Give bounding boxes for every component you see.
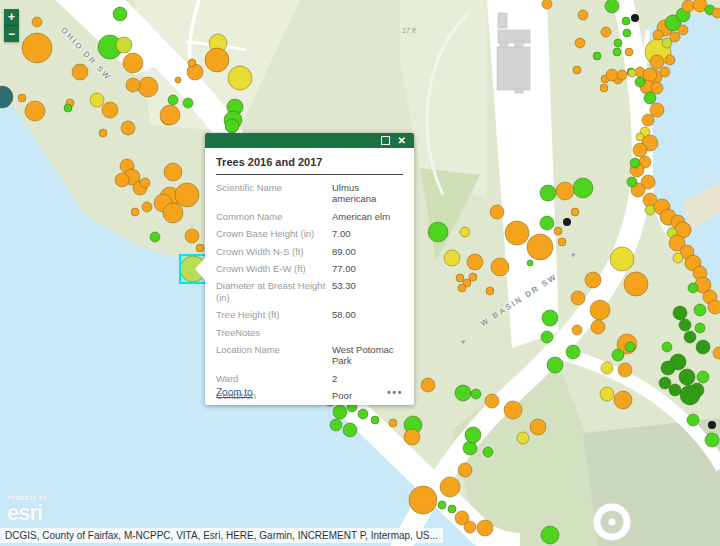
tree-point[interactable] xyxy=(343,423,357,437)
tree-point[interactable] xyxy=(330,419,342,431)
tree-point[interactable] xyxy=(490,205,504,219)
tree-point[interactable] xyxy=(438,501,446,509)
tree-point[interactable] xyxy=(572,325,582,335)
tree-point[interactable] xyxy=(175,183,199,207)
zoom-in-button[interactable]: + xyxy=(4,9,19,26)
tree-point[interactable] xyxy=(225,119,239,133)
tree-point[interactable] xyxy=(72,64,88,80)
tree-point[interactable] xyxy=(679,319,691,331)
tree-point[interactable] xyxy=(505,221,529,245)
tree-point[interactable] xyxy=(694,304,706,316)
tree-point[interactable] xyxy=(168,95,178,105)
tree-point[interactable] xyxy=(32,17,42,27)
tree-point[interactable] xyxy=(680,385,700,405)
zoom-to-link[interactable]: Zoom to xyxy=(216,387,253,398)
tree-point[interactable] xyxy=(556,182,574,200)
tree-point[interactable] xyxy=(458,284,466,292)
tree-point[interactable] xyxy=(123,53,143,73)
tree-point[interactable] xyxy=(471,389,481,399)
tree-point[interactable] xyxy=(456,274,464,282)
tree-point[interactable] xyxy=(614,391,632,409)
tree-point[interactable] xyxy=(25,101,45,121)
tree-point[interactable] xyxy=(164,163,182,181)
tree-point[interactable] xyxy=(99,129,107,137)
tree-point[interactable] xyxy=(625,342,635,352)
tree-point[interactable] xyxy=(64,104,72,112)
tree-point[interactable] xyxy=(600,387,614,401)
tree-point[interactable] xyxy=(455,385,471,401)
tree-point[interactable] xyxy=(458,463,472,477)
tree-point[interactable] xyxy=(554,227,562,235)
tree-point[interactable] xyxy=(566,345,580,359)
maximize-icon[interactable] xyxy=(381,136,390,145)
tree-point[interactable] xyxy=(618,363,632,377)
tree-point[interactable] xyxy=(622,17,630,25)
tree-point[interactable] xyxy=(712,8,720,18)
tree-point[interactable] xyxy=(673,306,687,320)
tree-point[interactable] xyxy=(421,378,435,392)
tree-point[interactable] xyxy=(669,384,681,396)
tree-point[interactable] xyxy=(688,283,698,293)
tree-point[interactable] xyxy=(650,103,664,117)
tree-point[interactable] xyxy=(491,258,509,276)
tree-point[interactable] xyxy=(708,300,720,314)
tree-point[interactable] xyxy=(205,48,229,72)
tree-point[interactable] xyxy=(573,66,581,74)
tree-point[interactable] xyxy=(614,39,622,47)
tree-point[interactable] xyxy=(601,27,611,37)
tree-point[interactable] xyxy=(610,247,634,271)
tree-point[interactable] xyxy=(542,310,558,326)
tree-point[interactable] xyxy=(563,218,571,226)
tree-point[interactable] xyxy=(485,394,499,408)
tree-point[interactable] xyxy=(631,14,639,22)
tree-point[interactable] xyxy=(591,320,605,334)
tree-point[interactable] xyxy=(713,347,720,359)
tree-point[interactable] xyxy=(633,143,647,157)
tree-point[interactable] xyxy=(469,273,477,281)
tree-point[interactable] xyxy=(483,447,493,457)
tree-point[interactable] xyxy=(650,55,664,69)
tree-point[interactable] xyxy=(527,234,553,260)
tree-point[interactable] xyxy=(126,78,140,92)
tree-point[interactable] xyxy=(404,429,420,445)
tree-point[interactable] xyxy=(22,33,52,63)
tree-point[interactable] xyxy=(628,69,636,77)
tree-point[interactable] xyxy=(695,323,705,333)
tree-point[interactable] xyxy=(665,55,675,65)
tree-point[interactable] xyxy=(687,414,699,426)
tree-point[interactable] xyxy=(477,520,493,536)
tree-point[interactable] xyxy=(517,432,529,444)
tree-point[interactable] xyxy=(185,229,199,243)
tree-point[interactable] xyxy=(113,7,127,21)
tree-point[interactable] xyxy=(160,105,180,125)
tree-point[interactable] xyxy=(448,505,456,513)
tree-point[interactable] xyxy=(18,94,26,102)
tree-point[interactable] xyxy=(642,114,654,126)
tree-point[interactable] xyxy=(196,244,204,252)
menu-ellipsis[interactable]: ••• xyxy=(387,386,403,398)
tree-point[interactable] xyxy=(183,98,193,108)
tree-point[interactable] xyxy=(175,77,181,83)
tree-point[interactable] xyxy=(653,30,663,40)
tree-point[interactable] xyxy=(679,369,695,385)
tree-point[interactable] xyxy=(428,222,448,242)
tree-point[interactable] xyxy=(530,419,546,435)
tree-point[interactable] xyxy=(696,340,710,354)
tree-point[interactable] xyxy=(606,69,618,81)
tree-point[interactable] xyxy=(444,250,460,266)
tree-point[interactable] xyxy=(678,25,688,35)
close-icon[interactable]: ✕ xyxy=(398,137,406,144)
tree-point[interactable] xyxy=(612,349,624,361)
tree-point[interactable] xyxy=(188,59,196,67)
tree-point[interactable] xyxy=(333,405,347,419)
tree-point[interactable] xyxy=(409,486,437,514)
tree-point[interactable] xyxy=(662,38,672,48)
tree-point[interactable] xyxy=(613,48,621,56)
tree-point[interactable] xyxy=(121,121,135,135)
tree-point[interactable] xyxy=(617,70,627,80)
tree-point[interactable] xyxy=(600,84,608,92)
tree-point[interactable] xyxy=(90,93,104,107)
tree-point[interactable] xyxy=(140,178,150,188)
tree-point[interactable] xyxy=(708,421,716,429)
zoom-out-button[interactable]: − xyxy=(4,26,19,42)
